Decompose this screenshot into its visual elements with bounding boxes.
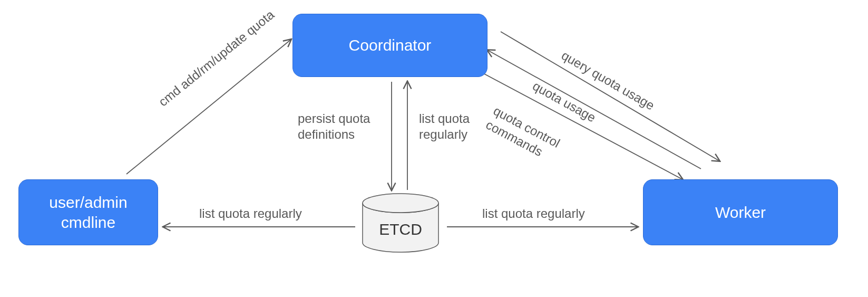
edge-label-coord-worker-ctrl: quota control commands [483, 103, 563, 165]
svg-point-0 [363, 194, 438, 213]
edge-label-coord-etcd-up: list quota regularly [419, 111, 470, 142]
edge-label-coord-worker-usage: quota usage [530, 78, 598, 126]
coordinator-node: Coordinator [292, 14, 487, 77]
cmdline-label: user/admin cmdline [49, 193, 127, 232]
edge-label-etcd-to-cmdline: list quota regularly [199, 206, 302, 222]
edge-label-cmd-to-coord: cmd add/rm/update quota [155, 7, 277, 110]
edge-label-etcd-to-worker: list quota regularly [482, 206, 585, 222]
coordinator-label: Coordinator [349, 35, 432, 55]
worker-label: Worker [715, 203, 766, 223]
etcd-label: ETCD [376, 221, 425, 238]
cmdline-node: user/admin cmdline [18, 179, 158, 245]
edge-label-coord-etcd-down: persist quota definitions [298, 111, 370, 142]
worker-node: Worker [643, 179, 838, 245]
